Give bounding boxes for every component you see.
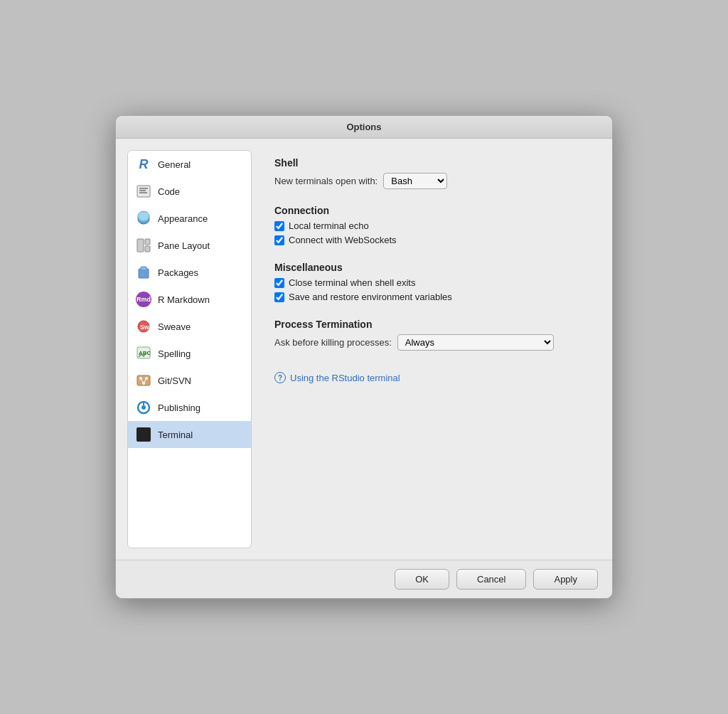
svg-rect-0: [137, 186, 150, 197]
new-terminals-select[interactable]: Bash Zsh Fish Custom...: [383, 173, 447, 189]
sidebar-label-r-markdown: R Markdown: [158, 294, 210, 305]
sidebar-label-packages: Packages: [158, 267, 198, 278]
save-restore-env-checkbox[interactable]: [274, 292, 284, 302]
sidebar-item-packages[interactable]: Packages: [128, 259, 251, 286]
ask-before-killing-label: Ask before killing processes:: [274, 337, 392, 348]
sidebar-item-sweave[interactable]: Sw Sweave: [128, 313, 251, 340]
ask-before-killing-row: Ask before killing processes: Always Nev…: [274, 334, 587, 351]
sidebar-item-code[interactable]: Code: [128, 178, 251, 205]
spelling-icon: ABC: [135, 345, 152, 362]
connect-websockets-label: Connect with WebSockets: [289, 235, 397, 245]
shell-section-title: Shell: [274, 157, 587, 169]
sidebar-item-appearance[interactable]: Appearance: [128, 205, 251, 232]
svg-rect-9: [145, 246, 150, 252]
sidebar-item-r-markdown[interactable]: Rmd R Markdown: [128, 286, 251, 313]
ok-button[interactable]: OK: [395, 569, 449, 590]
sidebar-label-terminal: Terminal: [158, 430, 193, 440]
connection-section: Connection Local terminal echo Connect w…: [274, 205, 587, 249]
save-restore-env-row: Save and restore environment variables: [274, 292, 587, 302]
sidebar-label-pane-layout: Pane Layout: [158, 240, 210, 251]
close-terminal-checkbox[interactable]: [274, 278, 284, 288]
options-dialog: Options R General Code: [115, 115, 613, 599]
local-terminal-echo-checkbox[interactable]: [274, 221, 284, 231]
close-terminal-label: Close terminal when shell exits: [289, 277, 415, 288]
code-icon: [135, 183, 152, 200]
miscellaneous-section-title: Miscellaneous: [274, 262, 587, 273]
new-terminals-label: New terminals open with:: [274, 176, 378, 186]
sidebar-item-terminal[interactable]: Terminal: [128, 421, 251, 448]
local-terminal-echo-row: Local terminal echo: [274, 220, 587, 231]
footer: OK Cancel Apply: [116, 560, 612, 598]
connect-websockets-checkbox[interactable]: [274, 235, 284, 245]
sidebar-item-pane-layout[interactable]: Pane Layout: [128, 232, 251, 259]
sidebar-item-general[interactable]: R General: [128, 151, 251, 178]
close-terminal-row: Close terminal when shell exits: [274, 277, 587, 288]
shell-form-row: New terminals open with: Bash Zsh Fish C…: [274, 173, 587, 189]
process-termination-section: Process Termination Ask before killing p…: [274, 319, 587, 353]
svg-text:Sw: Sw: [140, 324, 150, 331]
sidebar-item-spelling[interactable]: ABC Spelling: [128, 340, 251, 367]
ask-before-killing-select[interactable]: Always Never Ask: [397, 334, 554, 351]
content-area: R General Code: [116, 139, 612, 560]
process-termination-title: Process Termination: [274, 319, 587, 330]
appearance-icon: [135, 210, 152, 227]
r-markdown-icon: Rmd: [135, 291, 152, 308]
shell-section: Shell New terminals open with: Bash Zsh …: [274, 157, 587, 192]
miscellaneous-section: Miscellaneous Close terminal when shell …: [274, 262, 587, 306]
git-svn-icon: [135, 372, 152, 389]
svg-point-6: [138, 211, 149, 221]
svg-rect-11: [141, 267, 146, 270]
save-restore-env-label: Save and restore environment variables: [289, 292, 452, 302]
svg-point-23: [141, 405, 146, 410]
sidebar-item-git-svn[interactable]: Git/SVN: [128, 367, 251, 394]
sweave-icon: Sw: [135, 318, 152, 335]
help-link[interactable]: ? Using the RStudio terminal: [274, 372, 587, 383]
connection-section-title: Connection: [274, 205, 587, 216]
help-link-label: Using the RStudio terminal: [290, 373, 400, 383]
sidebar-label-publishing: Publishing: [158, 403, 200, 413]
sidebar-item-publishing[interactable]: Publishing: [128, 394, 251, 421]
window-title: Options: [346, 122, 381, 132]
sidebar-label-appearance: Appearance: [158, 213, 208, 224]
publishing-icon: [135, 399, 152, 416]
title-bar: Options: [116, 116, 612, 139]
cancel-button[interactable]: Cancel: [456, 569, 526, 590]
sidebar-label-general: General: [158, 159, 191, 170]
local-terminal-echo-label: Local terminal echo: [289, 220, 369, 231]
sidebar-label-spelling: Spelling: [158, 348, 191, 359]
general-icon: R: [135, 156, 152, 173]
sidebar-label-sweave: Sweave: [158, 321, 191, 332]
sidebar-label-git-svn: Git/SVN: [158, 375, 191, 386]
main-panel: Shell New terminals open with: Bash Zsh …: [260, 150, 601, 548]
sidebar-label-code: Code: [158, 186, 180, 197]
pane-layout-icon: [135, 237, 152, 254]
svg-rect-8: [145, 239, 150, 245]
sidebar: R General Code: [127, 150, 252, 548]
packages-icon: [135, 264, 152, 281]
help-circle-icon: ?: [274, 372, 286, 383]
svg-rect-7: [137, 239, 144, 252]
terminal-icon: [135, 426, 152, 443]
connect-websockets-row: Connect with WebSockets: [274, 235, 587, 245]
apply-button[interactable]: Apply: [533, 569, 598, 590]
